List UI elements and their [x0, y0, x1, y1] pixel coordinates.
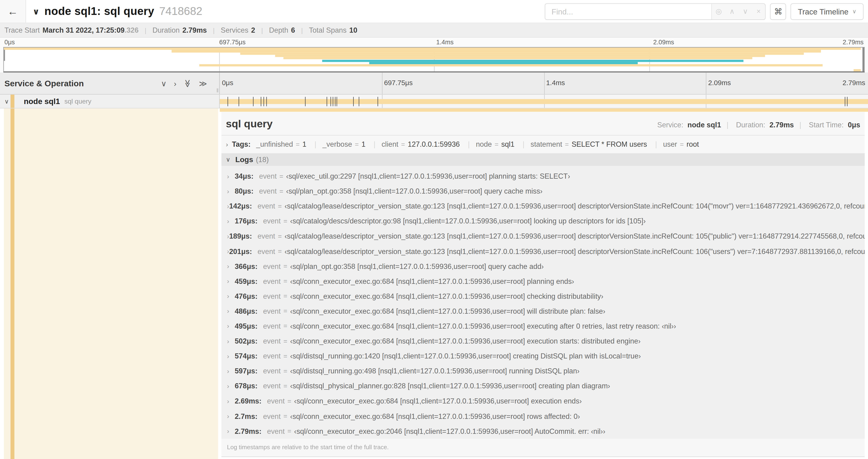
- view-selector-button[interactable]: Trace Timeline ∨: [791, 3, 864, 20]
- expand-collapse-controls: ∨ › ≫ ≫: [161, 79, 207, 87]
- log-entry[interactable]: › 486μs: event = ‹sql/conn_executor_exec…: [221, 304, 865, 319]
- span-detail-duration-bar[interactable]: [220, 108, 868, 112]
- tag-key: node: [476, 140, 492, 148]
- find-input[interactable]: [546, 3, 712, 19]
- log-entry[interactable]: › 597μs: event = ‹sql/distsql_running.go…: [221, 364, 865, 379]
- minimap-span-bar: [275, 55, 765, 57]
- expand-all-icon[interactable]: ≫: [199, 79, 207, 87]
- collapse-one-icon[interactable]: ∨: [161, 79, 166, 87]
- minimap-tick: 0μs: [4, 39, 15, 45]
- log-marker-tick: [305, 97, 305, 106]
- log-marker-tick: [253, 97, 253, 106]
- back-button[interactable]: ←: [0, 0, 26, 23]
- log-marker-tick: [335, 97, 335, 106]
- log-field-name: event: [267, 427, 285, 435]
- log-field-name: event: [263, 382, 280, 390]
- collapse-span-icon[interactable]: ∨: [4, 98, 11, 105]
- log-entry[interactable]: › 459μs: event = ‹sql/conn_executor_exec…: [221, 274, 865, 289]
- tag-key: client: [381, 140, 398, 148]
- span-duration-bar[interactable]: [220, 99, 868, 104]
- log-field-name: event: [263, 292, 280, 300]
- log-timestamp: 142μs:: [229, 202, 252, 210]
- log-entry[interactable]: › 201μs: event = ‹sql/catalog/lease/desc…: [221, 244, 865, 259]
- span-tint-background: [4, 108, 218, 459]
- log-value: ‹sql/catalog/lease/descriptor_version_st…: [285, 232, 865, 240]
- log-timestamp: 189μs:: [229, 232, 252, 240]
- log-value: ‹sql/conn_executor_exec.go:684 [nsql1,cl…: [290, 322, 676, 330]
- chevron-right-icon: ›: [227, 427, 235, 435]
- log-timestamp: 366μs:: [235, 262, 257, 270]
- tags-list: _unfinished=1 _verbose=1 client=127.0.0.…: [256, 140, 699, 148]
- clear-find-icon[interactable]: ×: [752, 7, 765, 15]
- minimap-tick: 2.79ms: [843, 39, 864, 45]
- log-timestamp: 495μs:: [235, 322, 257, 330]
- log-value: ‹sql/distsql_running.go:1420 [nsql1,clie…: [290, 352, 641, 360]
- log-field-name: event: [263, 367, 280, 375]
- log-entry[interactable]: › 495μs: event = ‹sql/conn_executor_exec…: [221, 319, 865, 333]
- log-entry[interactable]: › 2.69ms: event = ‹sql/conn_executor_exe…: [221, 394, 865, 408]
- log-entry[interactable]: › 366μs: event = ‹sql/plan_opt.go:358 [n…: [221, 259, 865, 273]
- collapse-header-icon[interactable]: ∨: [33, 6, 39, 16]
- minimap-right-scrubber[interactable]: [862, 47, 864, 71]
- expand-one-icon[interactable]: ›: [174, 79, 177, 87]
- span-row-label[interactable]: ∨ node sql1 sql query: [0, 95, 220, 108]
- span-detail-header: sql query Service: node sql1 Duration: 2…: [221, 112, 865, 135]
- log-entry[interactable]: › 2.79ms: event = ‹sql/conn_executor_exe…: [221, 424, 865, 438]
- prev-result-icon[interactable]: ∧: [725, 7, 739, 15]
- logs-footnote: Log timestamps are relative to the start…: [221, 439, 865, 456]
- log-entry[interactable]: › 142μs: event = ‹sql/catalog/lease/desc…: [221, 199, 865, 214]
- log-value: ‹sql/conn_executor_exec.go:684 [nsql1,cl…: [290, 277, 574, 286]
- chevron-right-icon: ›: [226, 141, 228, 148]
- timeline-ticks-header: 0μs 697.75μs 1.4ms 2.09ms 2.79ms: [220, 72, 868, 94]
- chevron-right-icon: ›: [227, 172, 235, 180]
- span-id-row: SpanID: 4877749850101760812: [220, 457, 868, 459]
- log-timestamp: 2.7ms:: [235, 412, 257, 420]
- log-marker-tick: [847, 97, 847, 106]
- log-field-name: event: [259, 187, 277, 195]
- logs-accordion-header[interactable]: ∨ Logs (18): [221, 153, 865, 166]
- log-value: ‹sql/catalog/lease/descriptor_version_st…: [285, 202, 865, 210]
- minimap-canvas[interactable]: [3, 47, 865, 72]
- log-timestamp: 2.69ms:: [235, 397, 261, 405]
- tag-value: 1: [362, 140, 365, 148]
- log-marker-tick: [377, 97, 378, 106]
- log-value: ‹sql/conn_executor_exec.go:684 [nsql1,cl…: [290, 337, 641, 346]
- log-marker-tick: [267, 97, 267, 106]
- log-entry[interactable]: › 574μs: event = ‹sql/distsql_running.go…: [221, 349, 865, 364]
- chevron-right-icon: ›: [227, 277, 235, 285]
- tags-accordion[interactable]: › Tags: _unfinished=1 _verbose=1 client=…: [221, 135, 865, 153]
- find-buttons: ◎ ∧ ∨ ×: [711, 3, 765, 19]
- log-value: ‹sql/conn_executor_exec.go:2046 [nsql1,c…: [294, 427, 605, 435]
- tag-value: sql1: [501, 140, 515, 148]
- log-entry[interactable]: › 502μs: event = ‹sql/conn_executor_exec…: [221, 334, 865, 349]
- log-entry[interactable]: › 2.7ms: event = ‹sql/conn_executor_exec…: [221, 408, 865, 424]
- next-result-icon[interactable]: ∨: [739, 7, 752, 15]
- log-entry[interactable]: › 189μs: event = ‹sql/catalog/lease/desc…: [221, 229, 865, 244]
- log-entry[interactable]: › 176μs: event = ‹sql/catalog/descs/desc…: [221, 214, 865, 229]
- trace-title-group: ∨ node sql1: sql query 7418682: [26, 0, 545, 23]
- locate-icon[interactable]: ◎: [712, 7, 725, 15]
- keyboard-shortcuts-button[interactable]: ⌘: [770, 3, 786, 20]
- timeline-tick: 1.4ms: [546, 79, 565, 87]
- log-entry[interactable]: › 678μs: event = ‹sql/distsql_physical_p…: [221, 379, 865, 393]
- span-row-track[interactable]: [220, 95, 868, 108]
- tag-value: 127.0.0.1:59936: [408, 140, 460, 148]
- log-entry[interactable]: › 476μs: event = ‹sql/conn_executor_exec…: [221, 289, 865, 304]
- minimap-span-bar: [240, 52, 804, 55]
- tags-label: Tags:: [232, 140, 251, 148]
- chevron-right-icon: ›: [227, 292, 235, 300]
- log-entry[interactable]: › 80μs: event = ‹sql/plan_opt.go:358 [ns…: [221, 184, 865, 199]
- log-value: ‹sql/conn_executor_exec.go:684 [nsql1,cl…: [290, 292, 603, 300]
- collapse-all-icon[interactable]: ≫: [184, 79, 192, 88]
- log-timestamp: 80μs:: [235, 187, 254, 195]
- chevron-right-icon: ›: [227, 202, 229, 210]
- tag-key: _unfinished: [256, 140, 293, 148]
- log-entry[interactable]: › 34μs: event = ‹sql/exec_util.go:2297 […: [221, 169, 865, 184]
- log-marker-tick: [264, 97, 264, 106]
- chevron-down-icon: ∨: [226, 156, 230, 163]
- log-field-name: event: [263, 262, 280, 270]
- log-value: ‹sql/catalog/lease/descriptor_version_st…: [285, 247, 865, 255]
- log-timestamp: 502μs:: [235, 337, 257, 346]
- minimap-span-bar: [369, 62, 638, 64]
- column-resizer-grip[interactable]: ‖: [216, 88, 219, 94]
